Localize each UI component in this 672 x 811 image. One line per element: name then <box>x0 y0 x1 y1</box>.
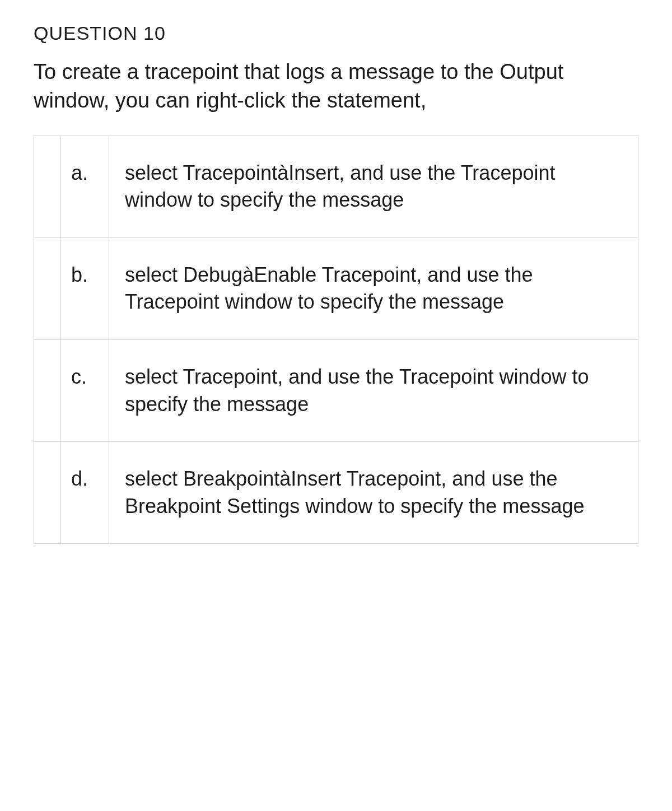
answer-text-c: select Tracepoint, and use the Tracepoin… <box>109 339 638 441</box>
answer-text-b: select DebugàEnable Tracepoint, and use … <box>109 237 638 339</box>
answer-row-d[interactable]: d. select BreakpointàInsert Tracepoint, … <box>34 442 638 544</box>
answer-letter-b: b. <box>61 237 109 339</box>
answer-radio-cell-c[interactable] <box>34 339 61 441</box>
answer-letter-c: c. <box>61 339 109 441</box>
answer-radio-cell-a[interactable] <box>34 136 61 237</box>
answer-text-d: select BreakpointàInsert Tracepoint, and… <box>109 442 638 544</box>
question-number: QUESTION 10 <box>34 22 638 44</box>
answer-row-c[interactable]: c. select Tracepoint, and use the Tracep… <box>34 339 638 441</box>
answer-row-b[interactable]: b. select DebugàEnable Tracepoint, and u… <box>34 237 638 339</box>
answer-row-a[interactable]: a. select TracepointàInsert, and use the… <box>34 136 638 237</box>
answer-radio-cell-b[interactable] <box>34 237 61 339</box>
question-text: To create a tracepoint that logs a messa… <box>34 58 638 115</box>
answer-text-a: select TracepointàInsert, and use the Tr… <box>109 136 638 237</box>
answer-radio-cell-d[interactable] <box>34 442 61 544</box>
answer-letter-d: d. <box>61 442 109 544</box>
answer-letter-a: a. <box>61 136 109 237</box>
answers-table: a. select TracepointàInsert, and use the… <box>34 136 638 544</box>
